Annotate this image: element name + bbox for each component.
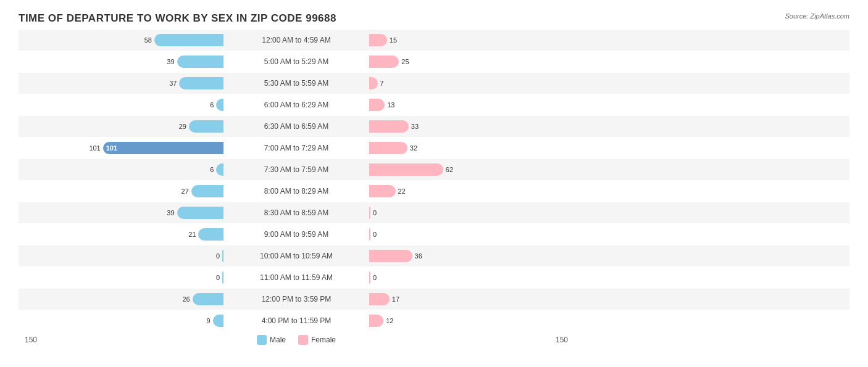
male-bar-label: 101	[103, 144, 120, 152]
male-legend-box	[257, 335, 267, 345]
female-value: 25	[401, 58, 409, 65]
female-side: 0	[364, 271, 574, 284]
male-value: 6	[210, 101, 214, 109]
time-label: 11:00 AM to 11:59 AM	[228, 273, 364, 282]
male-bar	[189, 120, 223, 133]
time-label: 4:00 PM to 11:59 PM	[228, 316, 364, 325]
male-value: 26	[182, 295, 190, 303]
female-bar	[369, 228, 370, 241]
male-side: 21	[19, 228, 228, 241]
male-bar	[193, 293, 223, 305]
female-value: 13	[387, 101, 394, 109]
male-side: 39	[19, 207, 228, 219]
male-value: 6	[210, 166, 214, 173]
male-bar	[222, 250, 223, 262]
female-bar	[369, 271, 370, 284]
male-side: 58	[19, 34, 228, 46]
chart-title: TIME OF DEPARTURE TO WORK BY SEX IN ZIP …	[19, 12, 849, 25]
male-bar	[216, 163, 223, 176]
female-bar	[369, 185, 396, 197]
time-label: 8:00 AM to 8:29 AM	[228, 187, 364, 196]
male-value: 58	[144, 36, 152, 44]
female-value: 15	[390, 36, 397, 44]
female-side: 12	[364, 315, 574, 327]
female-side: 17	[364, 293, 574, 305]
chart-row: 26 12:00 PM to 3:59 PM 17	[19, 289, 849, 310]
female-bar	[369, 207, 370, 219]
female-side: 25	[364, 56, 574, 68]
female-side: 22	[364, 185, 574, 197]
male-side: 27	[19, 185, 228, 197]
time-label: 7:00 AM to 7:29 AM	[228, 144, 364, 152]
chart-row: 6 6:00 AM to 6:29 AM 13	[19, 94, 849, 115]
chart-row: 39 8:30 AM to 8:59 AM 0	[19, 202, 849, 223]
male-value: 9	[206, 317, 210, 324]
chart-row: 27 8:00 AM to 8:29 AM 22	[19, 181, 849, 202]
male-bar	[216, 99, 223, 111]
chart-row: 37 5:30 AM to 5:59 AM 7	[19, 73, 849, 94]
time-label: 6:00 AM to 6:29 AM	[228, 101, 364, 109]
male-bar	[191, 185, 223, 197]
female-legend-box	[298, 335, 308, 345]
female-value: 0	[373, 209, 377, 216]
time-label: 5:30 AM to 5:59 AM	[228, 79, 364, 88]
source-text: Source: ZipAtlas.com	[785, 12, 849, 20]
legend: Male Female	[228, 335, 364, 345]
male-bar	[213, 315, 223, 327]
time-label: 8:30 AM to 8:59 AM	[228, 208, 364, 217]
time-label: 12:00 AM to 4:59 AM	[228, 36, 364, 44]
male-legend-label: Male	[270, 336, 286, 344]
time-label: 6:30 AM to 6:59 AM	[228, 122, 364, 131]
chart-row: 29 6:30 AM to 6:59 AM 33	[19, 116, 849, 137]
chart-container: TIME OF DEPARTURE TO WORK BY SEX IN ZIP …	[0, 0, 868, 367]
male-side: 29	[19, 120, 228, 133]
female-value: 0	[373, 274, 377, 281]
female-bar	[369, 293, 390, 305]
axis-row: 150 Male Female 150	[19, 335, 849, 345]
female-bar	[369, 163, 443, 176]
female-bar	[369, 120, 409, 133]
female-side: 62	[364, 163, 574, 176]
male-side: 39	[19, 56, 228, 68]
female-value: 62	[446, 166, 453, 173]
male-value: 39	[167, 209, 174, 216]
female-side: 13	[364, 99, 574, 111]
female-side: 0	[364, 228, 574, 241]
female-value: 0	[373, 231, 377, 238]
male-value: 0	[216, 252, 220, 260]
female-bar	[369, 77, 378, 89]
male-side: 26	[19, 293, 228, 305]
chart-row: 21 9:00 AM to 9:59 AM 0	[19, 224, 849, 245]
female-value: 12	[386, 317, 393, 324]
female-bar	[369, 56, 399, 68]
female-bar	[369, 142, 407, 154]
time-label: 10:00 AM to 10:59 AM	[228, 252, 364, 260]
female-side: 7	[364, 77, 574, 89]
female-legend-label: Female	[311, 336, 336, 344]
time-label: 7:30 AM to 7:59 AM	[228, 165, 364, 174]
male-side: 101 101	[19, 142, 228, 154]
female-side: 36	[364, 250, 574, 262]
female-value: 32	[410, 144, 417, 152]
male-side: 6	[19, 163, 228, 176]
chart-area: 58 12:00 AM to 4:59 AM 15 39 5:00 AM to …	[19, 30, 849, 331]
female-side: 0	[364, 207, 574, 219]
male-bar	[154, 34, 223, 46]
female-side: 33	[364, 120, 574, 133]
male-bar	[198, 228, 223, 241]
female-bar	[369, 34, 387, 46]
female-bar	[369, 315, 383, 327]
chart-row: 58 12:00 AM to 4:59 AM 15	[19, 30, 849, 51]
male-bar	[222, 271, 223, 284]
chart-row: 39 5:00 AM to 5:29 AM 25	[19, 51, 849, 72]
female-side: 15	[364, 34, 574, 46]
axis-left: 150	[19, 336, 228, 344]
male-value: 0	[216, 274, 220, 281]
male-value: 29	[179, 123, 186, 130]
male-bar	[177, 56, 223, 68]
male-side: 0	[19, 250, 228, 262]
male-bar: 101	[103, 142, 223, 154]
male-side: 0	[19, 271, 228, 284]
male-value: 101	[89, 144, 100, 152]
male-side: 37	[19, 77, 228, 89]
